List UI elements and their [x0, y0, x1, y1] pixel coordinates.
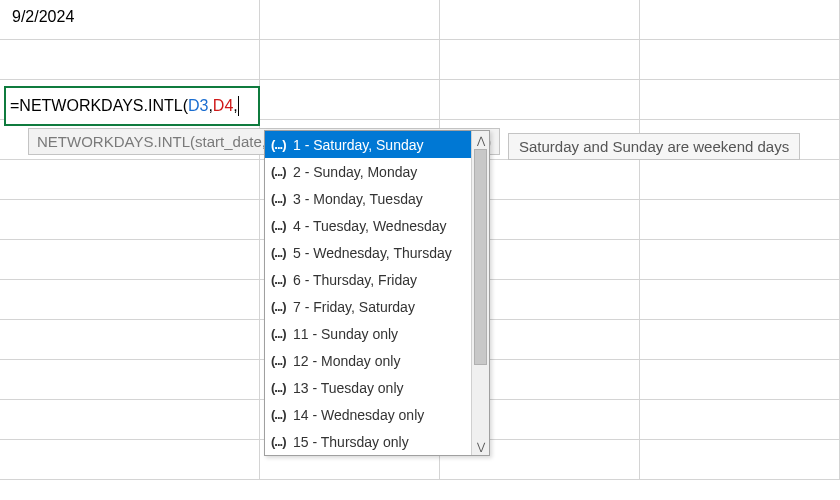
dropdown-option[interactable]: (...)14 - Wednesday only	[265, 401, 471, 428]
cell[interactable]	[0, 40, 260, 79]
cell[interactable]	[640, 440, 840, 479]
formula-input-cell[interactable]: =NETWORKDAYS.INTL(D3,D4,	[4, 86, 260, 126]
enum-icon: (...)	[271, 164, 293, 179]
enum-icon: (...)	[271, 245, 293, 260]
cell[interactable]	[640, 280, 840, 319]
formula-ref-d3: D3	[188, 97, 208, 115]
cell[interactable]	[0, 200, 260, 239]
dropdown-option-label: 15 - Thursday only	[293, 434, 409, 450]
dropdown-option-label: 1 - Saturday, Sunday	[293, 137, 423, 153]
cell[interactable]	[260, 0, 440, 39]
dropdown-option[interactable]: (...)4 - Tuesday, Wednesday	[265, 212, 471, 239]
dropdown-option-label: 14 - Wednesday only	[293, 407, 424, 423]
dropdown-option[interactable]: (...)2 - Sunday, Monday	[265, 158, 471, 185]
enum-icon: (...)	[271, 137, 293, 152]
dropdown-option[interactable]: (...)15 - Thursday only	[265, 428, 471, 455]
cell[interactable]	[440, 0, 640, 39]
dropdown-option[interactable]: (...)1 - Saturday, Sunday	[265, 131, 471, 158]
cell[interactable]	[260, 80, 440, 119]
cell[interactable]	[0, 360, 260, 399]
formula-equals: =	[10, 97, 19, 115]
cell[interactable]	[440, 80, 640, 119]
dropdown-option[interactable]: (...)12 - Monday only	[265, 347, 471, 374]
enum-icon: (...)	[271, 191, 293, 206]
dropdown-option-label: 6 - Thursday, Friday	[293, 272, 417, 288]
dropdown-scrollbar[interactable]: ⋀ ⋁	[471, 131, 489, 455]
dropdown-option-label: 4 - Tuesday, Wednesday	[293, 218, 447, 234]
scroll-thumb[interactable]	[474, 149, 487, 365]
option-description-tooltip: Saturday and Sunday are weekend days	[508, 133, 800, 160]
enum-icon: (...)	[271, 218, 293, 233]
formula-ref-d4: D4	[213, 97, 233, 115]
dropdown-option-label: 11 - Sunday only	[293, 326, 398, 342]
dropdown-option-label: 7 - Friday, Saturday	[293, 299, 415, 315]
cell[interactable]	[640, 400, 840, 439]
cell[interactable]	[640, 360, 840, 399]
weekend-options-dropdown: (...)1 - Saturday, Sunday(...)2 - Sunday…	[264, 130, 490, 456]
scroll-track[interactable]	[472, 149, 489, 437]
dropdown-option-label: 13 - Tuesday only	[293, 380, 404, 396]
cell[interactable]	[640, 40, 840, 79]
text-cursor	[238, 96, 239, 116]
enum-icon: (...)	[271, 434, 293, 449]
formula-function-name: NETWORKDAYS.INTL	[19, 97, 182, 115]
dropdown-option[interactable]: (...)3 - Monday, Tuesday	[265, 185, 471, 212]
dropdown-option[interactable]: (...)6 - Thursday, Friday	[265, 266, 471, 293]
enum-icon: (...)	[271, 407, 293, 422]
dropdown-option-label: 2 - Sunday, Monday	[293, 164, 417, 180]
cell[interactable]	[0, 320, 260, 359]
cell[interactable]	[0, 240, 260, 279]
dropdown-option[interactable]: (...)7 - Friday, Saturday	[265, 293, 471, 320]
cell[interactable]	[640, 200, 840, 239]
dropdown-option[interactable]: (...)11 - Sunday only	[265, 320, 471, 347]
cell[interactable]	[640, 160, 840, 199]
dropdown-option-label: 12 - Monday only	[293, 353, 400, 369]
cell[interactable]	[640, 0, 840, 39]
dropdown-option-label: 5 - Wednesday, Thursday	[293, 245, 452, 261]
cell[interactable]	[0, 160, 260, 199]
scroll-down-arrow-icon[interactable]: ⋁	[472, 437, 489, 455]
enum-icon: (...)	[271, 353, 293, 368]
date-cell[interactable]: 9/2/2024	[0, 0, 260, 39]
dropdown-option[interactable]: (...)5 - Wednesday, Thursday	[265, 239, 471, 266]
dropdown-option-label: 3 - Monday, Tuesday	[293, 191, 423, 207]
enum-icon: (...)	[271, 380, 293, 395]
cell[interactable]	[640, 320, 840, 359]
enum-icon: (...)	[271, 272, 293, 287]
cell[interactable]	[640, 80, 840, 119]
cell[interactable]	[0, 400, 260, 439]
tooltip-arg[interactable]: start_date	[195, 133, 262, 150]
enum-icon: (...)	[271, 299, 293, 314]
enum-icon: (...)	[271, 326, 293, 341]
cell[interactable]	[0, 440, 260, 479]
tooltip-func-name: NETWORKDAYS.INTL	[37, 133, 190, 150]
dropdown-option[interactable]: (...)13 - Tuesday only	[265, 374, 471, 401]
cell[interactable]	[640, 240, 840, 279]
cell[interactable]	[0, 280, 260, 319]
cell[interactable]	[440, 40, 640, 79]
cell[interactable]	[260, 40, 440, 79]
scroll-up-arrow-icon[interactable]: ⋀	[472, 131, 489, 149]
